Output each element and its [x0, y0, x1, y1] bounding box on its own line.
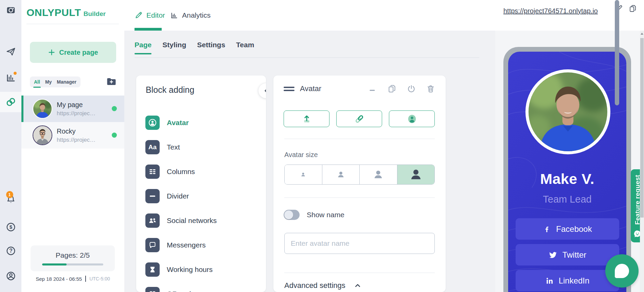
subtab-styling[interactable]: Styling	[162, 41, 186, 54]
main-scrollbar-thumb[interactable]	[615, 0, 619, 105]
brand-name: ONLYPULT	[26, 7, 81, 18]
rail-item-notifications[interactable]: 1	[0, 190, 21, 209]
subtab-settings[interactable]: Settings	[197, 41, 225, 54]
page-row-rocky[interactable]: Rocky https://projec…	[21, 122, 124, 149]
rail-item-links-active[interactable]	[0, 92, 21, 112]
sidebar-footer: Sep 18 2024 - 06:55 UTC-5:00	[21, 276, 124, 282]
preview-scrollbar-thumb[interactable]	[640, 38, 644, 218]
avatar-icon	[145, 116, 160, 130]
facebook-link-button[interactable]: Facebook	[516, 218, 619, 240]
avatar-by-link-button[interactable]	[336, 110, 382, 127]
page-meta: Rocky https://projec…	[57, 127, 95, 143]
twitter-link-button[interactable]: Twitter	[516, 244, 619, 265]
paper-plane-icon	[6, 47, 16, 57]
chevron-up-icon	[354, 282, 361, 289]
avatar-size-option-medium[interactable]	[322, 165, 360, 184]
dollar-icon: $	[6, 222, 16, 232]
avatar-size-option-small[interactable]	[285, 165, 322, 184]
tab-analytics[interactable]: Analytics	[170, 0, 211, 31]
columns-icon	[145, 165, 160, 179]
page-url: https://projec…	[57, 110, 95, 117]
rail-item-analytics[interactable]	[0, 68, 21, 87]
create-page-button[interactable]: Create page	[30, 42, 116, 63]
block-item-text[interactable]: Aa Text	[145, 140, 180, 154]
avatar-settings-panel: Avatar Avatar	[273, 75, 446, 292]
brand-suffix: Builder	[84, 10, 106, 18]
rail-item-posting[interactable]	[0, 1, 21, 20]
divider-icon	[145, 189, 160, 203]
subtab-page[interactable]: Page	[135, 41, 151, 54]
filter-all[interactable]: All	[34, 79, 40, 85]
preview-scrollbar[interactable]	[640, 31, 644, 292]
facebook-icon	[543, 225, 551, 233]
trash-icon[interactable]	[426, 84, 435, 93]
block-item-qr-code[interactable]: QR code	[145, 287, 195, 292]
rail-item-billing[interactable]: $	[0, 218, 21, 237]
editor-subtabs: Page Styling Settings Team	[135, 41, 254, 54]
block-item-divider[interactable]: Divider	[145, 189, 189, 203]
duplicate-icon[interactable]	[388, 84, 396, 93]
chat-bubble-icon	[615, 264, 629, 278]
block-item-avatar[interactable]: Avatar	[145, 116, 189, 130]
plus-icon	[48, 49, 55, 56]
link-label: Twitter	[562, 250, 587, 260]
advanced-settings-toggle[interactable]: Advanced settings	[284, 281, 361, 290]
preview-header: https://project764571.onlytap.io	[495, 0, 644, 31]
rail-item-help[interactable]: ?	[0, 241, 21, 260]
block-item-label: Columns	[167, 168, 195, 176]
block-adding-panel: Block adding Avatar Aa Text Columns	[136, 75, 266, 292]
avatar-size-option-xlarge-selected[interactable]	[397, 165, 435, 184]
page-row-my-page[interactable]: My page https://projec…	[21, 96, 124, 122]
block-item-columns[interactable]: Columns	[145, 165, 195, 179]
block-item-social-networks[interactable]: Social networks	[145, 213, 217, 228]
twitter-icon	[549, 251, 557, 259]
rail-item-campaigns[interactable]	[0, 42, 21, 61]
divider	[284, 139, 435, 139]
default-avatar-button[interactable]	[389, 110, 435, 127]
avatar-name-input[interactable]	[284, 233, 435, 254]
profile-avatar	[525, 69, 610, 154]
upload-icon	[302, 114, 312, 124]
create-page-label: Create page	[59, 49, 98, 56]
filter-manager[interactable]: Manager	[57, 79, 76, 85]
drag-handle-icon[interactable]	[284, 87, 294, 91]
minimize-icon[interactable]	[368, 84, 377, 93]
preview-panel: https://project764571.onlytap.io	[495, 0, 644, 292]
svg-text:?: ?	[9, 248, 13, 254]
add-folder-button[interactable]	[106, 77, 117, 86]
block-item-messengers[interactable]: Messengers	[145, 238, 205, 252]
subtab-team[interactable]: Team	[236, 41, 254, 54]
profile-name: Make V.	[508, 171, 626, 187]
toggle-knob	[284, 210, 293, 219]
tab-editor[interactable]: Editor	[135, 0, 165, 31]
show-name-toggle[interactable]	[284, 210, 300, 220]
user-circle-icon	[6, 271, 16, 281]
link-chain-icon	[5, 97, 16, 107]
block-item-working-hours[interactable]: Working hours	[145, 262, 213, 277]
collapse-panel-button[interactable]	[258, 83, 266, 98]
page-filters: All My Manager	[30, 76, 80, 87]
upload-avatar-button[interactable]	[284, 110, 329, 127]
divider	[284, 197, 435, 198]
project-url-link[interactable]: https://project764571.onlytap.io	[503, 7, 598, 15]
pencil-icon	[135, 11, 143, 19]
copy-url-icon[interactable]	[629, 4, 637, 13]
filter-my[interactable]: My	[45, 79, 52, 85]
pages-usage-label: Pages: 2/5	[56, 251, 90, 259]
scroll-up-arrow[interactable]	[641, 33, 643, 35]
rail-item-account[interactable]	[0, 267, 21, 286]
text-icon: Aa	[145, 140, 160, 154]
chat-widget-button[interactable]	[605, 254, 639, 288]
avatar-size-option-large[interactable]	[360, 165, 397, 184]
pages-progress-fill	[42, 263, 67, 265]
pages-usage-card: Pages: 2/5	[31, 245, 115, 271]
page-avatar	[33, 99, 52, 119]
left-icon-rail: 1 $ ?	[0, 0, 21, 292]
block-item-label: Text	[167, 143, 180, 151]
block-item-label: Social networks	[167, 217, 217, 225]
person-icon	[407, 114, 417, 124]
avatar-size-selector	[284, 165, 435, 185]
tab-analytics-label: Analytics	[182, 11, 211, 19]
linkedin-link-button[interactable]: LinkedIn	[516, 270, 619, 291]
power-toggle-icon[interactable]	[407, 84, 416, 93]
